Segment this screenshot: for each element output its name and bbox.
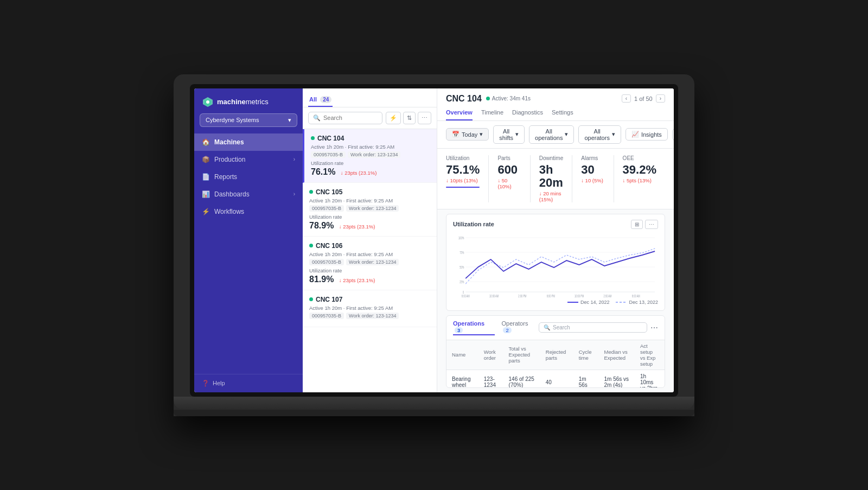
prev-machine-button[interactable]: ‹ [622, 94, 631, 103]
util-change-cnc106: ↓ 23pts (23.1%) [339, 277, 375, 283]
svg-text:6:00 AM: 6:00 AM [462, 294, 470, 297]
kpi-oee: OEE 39.2% ↓ 5pts (13%) [614, 155, 665, 202]
operations-search[interactable]: 🔍 Search [539, 322, 647, 333]
insights-button[interactable]: 📈 Insights [626, 128, 668, 141]
chart-more-button[interactable]: ⋯ [645, 220, 658, 229]
tab-settings[interactable]: Settings [552, 107, 573, 120]
chevron-right-icon-2: › [293, 191, 295, 197]
kpi-change-utilization: ↓ 10pts (13%) [446, 177, 480, 183]
kpi-utilization: Utilization 75.1% ↓ 10pts (13%) [446, 155, 489, 202]
search-actions: ⚡ ⇅ ⋯ [386, 112, 431, 124]
org-selector[interactable]: Cyberdyne Systems ▾ [200, 113, 297, 127]
util-value-row-cnc104: 76.1% ↓ 23pts (23.1%) [311, 167, 430, 177]
date-filter-button[interactable]: 📅 Today ▾ [446, 128, 489, 141]
col-work-order: Work order [478, 340, 503, 370]
help-icon: ❓ [202, 380, 209, 387]
filter-button[interactable]: ⚡ [386, 112, 401, 124]
svg-text:75%: 75% [459, 251, 464, 254]
svg-text:25%: 25% [459, 280, 464, 284]
next-machine-button[interactable]: › [656, 94, 665, 103]
detail-status: Active: 34m 41s [486, 96, 531, 101]
col-total-expected: Total vs Expected parts [503, 340, 540, 370]
sidebar-item-reports[interactable]: 📄 Reports [194, 168, 303, 186]
help-link[interactable]: ❓ Help [194, 374, 303, 392]
search-input[interactable] [323, 114, 378, 121]
util-label-cnc106: Utilization rate [309, 268, 430, 273]
util-label-cnc104: Utilization rate [311, 160, 430, 166]
operations-more-button[interactable]: ⋯ [650, 323, 658, 332]
machine-item-cnc107[interactable]: CNC 107 Active 1h 20m · First active: 9:… [303, 290, 437, 327]
machine-item-cnc104[interactable]: CNC 104 Active 1h 20m · First active: 9:… [303, 129, 437, 183]
chevron-down-icon-shifts: ▾ [515, 131, 519, 138]
filters-row: 📅 Today ▾ All shifts ▾ All operations ▾ … [437, 121, 674, 149]
col-rejected: Rejected parts [540, 340, 573, 370]
machine-name-cnc107: CNC 107 [316, 296, 342, 303]
machine-meta-cnc104: Active 1h 20m · First active: 9:25 AM [311, 144, 430, 150]
machine-name-cnc105: CNC 105 [316, 188, 342, 196]
tab-operations[interactable]: Operations 3 [453, 320, 495, 335]
chart-legend: Dec 14, 2022 Dec 13, 2022 [453, 300, 658, 305]
app-logo: machinemetrics [194, 88, 303, 113]
legend-dashed-line [616, 302, 627, 303]
util-value-cnc104: 76.1% [311, 167, 335, 176]
sidebar-item-machines[interactable]: 🏠 Machines [194, 133, 303, 151]
col-cycle-time: Cycle time [573, 340, 599, 370]
tab-diagnostics[interactable]: Diagnostics [512, 107, 543, 120]
svg-text:50%: 50% [459, 265, 464, 269]
more-button[interactable]: ⋯ [418, 112, 431, 124]
table-row[interactable]: Bearing wheel 123-1234 146 of 225 (70%) … [446, 370, 665, 387]
legend-previous: Dec 13, 2022 [616, 300, 658, 305]
status-dot-cnc105 [309, 190, 313, 194]
machine-name-cnc106: CNC 106 [316, 242, 342, 250]
sidebar-item-production[interactable]: 📦 Production › [194, 151, 303, 168]
tab-timeline[interactable]: Timeline [481, 107, 503, 120]
util-label-cnc105: Utilization rate [309, 214, 430, 220]
machine-item-cnc105[interactable]: CNC 105 Active 1h 20m · First active: 9:… [303, 183, 437, 237]
svg-text:10:00 AM: 10:00 AM [489, 294, 499, 297]
util-value-row-cnc105: 78.9% ↓ 23pts (23.1%) [309, 221, 430, 231]
chart-actions: ⊞ ⋯ [631, 220, 658, 229]
col-act-setup: Act setup vs Exp setup [635, 340, 665, 370]
operations-filter-button[interactable]: All operations ▾ [529, 125, 574, 144]
detail-header: CNC 104 Active: 34m 41s ‹ 1 of 50 › [437, 88, 674, 121]
status-dot-cnc107 [309, 297, 313, 301]
print-button[interactable]: 🖨 [672, 129, 674, 141]
status-dot-cnc104 [311, 136, 315, 140]
machine-item-cnc106[interactable]: CNC 106 Active 1h 20m · First active: 9:… [303, 237, 437, 290]
sort-button[interactable]: ⇅ [403, 112, 416, 124]
logo-text: machinemetrics [217, 98, 269, 106]
sidebar-item-dashboards[interactable]: 📊 Dashboards › [194, 186, 303, 203]
chevron-right-icon: › [293, 156, 295, 162]
kpi-change-oee: ↓ 5pts (13%) [623, 177, 656, 183]
operators-filter-button[interactable]: All operators ▾ [578, 125, 621, 144]
kpi-change-downtime: ↓ 20 mins (15%) [539, 190, 563, 202]
detail-pagination: ‹ 1 of 50 › [622, 94, 665, 103]
kpi-alarms: Alarms 30 ↓ 10 (5%) [572, 155, 614, 202]
tab-all[interactable]: All 24 [308, 94, 333, 107]
machine-list-tabs: All 24 [308, 94, 431, 107]
operations-header: Operations 3 Operators 2 🔍 [446, 316, 665, 340]
chart-grid-button[interactable]: ⊞ [631, 220, 643, 229]
sidebar-nav: 🏠 Machines 📦 Production › 📄 Reports 📊 [194, 133, 303, 374]
chevron-down-icon-date: ▾ [480, 131, 483, 138]
production-icon: 📦 [202, 156, 210, 163]
tab-overview[interactable]: Overview [446, 107, 473, 120]
sidebar-item-workflows[interactable]: ⚡ Workflows [194, 203, 303, 220]
svg-text:100%: 100% [458, 236, 464, 240]
kpi-divider [446, 187, 480, 188]
machine-tags-cnc107: 000957035-B Work order: 123-1234 [309, 313, 430, 319]
tab-operators[interactable]: Operators 2 [501, 320, 539, 335]
shifts-filter-button[interactable]: All shifts ▾ [493, 125, 525, 144]
machine-tags-cnc106: 000957035-B Work order: 123-1234 [309, 259, 430, 265]
utilization-chart-section: Utilization rate ⊞ ⋯ [446, 214, 665, 311]
chevron-down-icon-opers: ▾ [612, 131, 615, 138]
svg-text:2:00 AM: 2:00 AM [603, 294, 611, 297]
operations-section: Operations 3 Operators 2 🔍 [446, 315, 665, 388]
col-name: Name [446, 340, 478, 370]
kpi-change-alarms: ↓ 10 (5%) [581, 177, 604, 183]
search-input-wrapper[interactable]: 🔍 [308, 112, 382, 124]
legend-current: Dec 14, 2022 [567, 300, 610, 305]
col-median-expected: Median vs Expected [599, 340, 635, 370]
machine-meta-cnc105: Active 1h 20m · First active: 9:25 AM [309, 198, 430, 203]
status-dot-cnc106 [309, 244, 313, 247]
